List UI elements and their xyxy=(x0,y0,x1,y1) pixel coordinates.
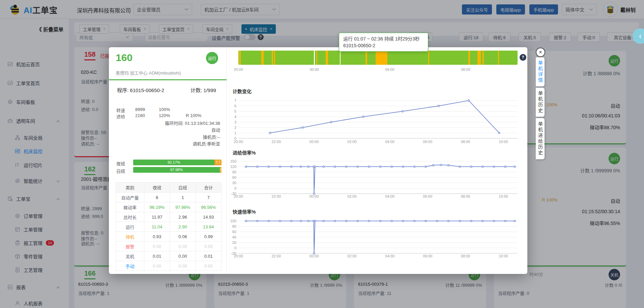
timeline-segment xyxy=(316,51,317,65)
night-run-segment: 92.17% xyxy=(133,160,214,165)
setter-text: 调机员:季昕亚 xyxy=(129,140,220,147)
svg-text:2: 2 xyxy=(234,125,236,130)
svg-text:80: 80 xyxy=(232,224,236,228)
timeline-tick-label: 04:00 xyxy=(385,67,394,72)
operator-text: 操机员:-- xyxy=(129,134,220,140)
svg-text:00:00: 00:00 xyxy=(310,140,319,144)
svg-text:5: 5 xyxy=(234,109,236,113)
svg-text:10:00: 10:00 xyxy=(499,140,508,144)
side-tab-machine-history[interactable]: 单机历史 xyxy=(536,88,545,117)
timeline-segment xyxy=(498,51,499,65)
timeline-segment xyxy=(326,51,328,65)
rapid-override: R 100% xyxy=(186,113,201,118)
timeline-axis-labels: 20:0000:0004:0008:00 xyxy=(238,67,518,72)
svg-text:7: 7 xyxy=(234,99,236,103)
machine-number: 160 xyxy=(116,52,133,63)
feed-rate: 2160 xyxy=(135,113,145,118)
day-run-segment: 97.98% xyxy=(133,167,220,173)
timeline-segment xyxy=(274,51,275,65)
svg-text:10:00: 10:00 xyxy=(499,254,508,258)
timeline-help-icon[interactable]: ? xyxy=(520,54,526,61)
svg-text:0: 0 xyxy=(234,186,236,190)
timeline-segment xyxy=(261,51,264,65)
night-idle-segment: 7.7 xyxy=(214,160,222,165)
svg-text:100: 100 xyxy=(230,219,236,223)
table-row: 自动产量617 xyxy=(116,193,222,202)
svg-text:04:00: 04:00 xyxy=(385,194,394,198)
modal-left-panel: 160 运行 奥德玛 加工中心 ADM(mitsubishi) 程序: 6101… xyxy=(109,47,227,274)
mode-text: 自动 xyxy=(129,127,220,133)
table-row: 关机0.010.000.01 xyxy=(116,251,222,261)
day-idle-segment: 2 xyxy=(220,167,222,173)
spindle-speed: 8999 xyxy=(135,107,145,112)
table-row: 手动0.000.000.00 xyxy=(116,261,222,271)
timeline-tick-label: 00:00 xyxy=(310,67,319,72)
chart-title-feed-override: 进给倍率% xyxy=(233,149,256,156)
cycle-time: 循环时间: 01:13:19/01:34:36 xyxy=(129,120,220,126)
svg-text:1: 1 xyxy=(234,131,236,135)
table-row: 总时长11.972.9614.93 xyxy=(116,212,222,222)
spindle-override: 100% xyxy=(159,107,170,112)
svg-text:0: 0 xyxy=(234,246,236,250)
timeline-segment xyxy=(314,51,315,65)
svg-text:6: 6 xyxy=(234,104,236,108)
timeline-segment xyxy=(428,51,429,65)
running-badge: 运行 xyxy=(206,52,218,64)
svg-text:10:00: 10:00 xyxy=(499,194,508,198)
feed-override: 120% xyxy=(159,113,170,118)
svg-text:02:00: 02:00 xyxy=(347,254,357,258)
side-tab-machine-feed-history[interactable]: 单机进给历史 xyxy=(536,118,545,159)
table-row: 报警0.000.000.00 xyxy=(116,242,222,251)
timeline-tooltip: 运行 01:07 ~ 02:36 持续 1时29分3秒 61015-00650-… xyxy=(339,33,428,52)
svg-text:22:00: 22:00 xyxy=(272,254,281,258)
svg-text:20:00: 20:00 xyxy=(234,140,243,144)
table-row: 稼动率96.19%97.98%96.56% xyxy=(116,202,222,212)
timeline-segment xyxy=(365,51,367,65)
feed-override-chart[interactable]: 1501209060300-3020:0022:0000:0002:0004:0… xyxy=(229,158,522,201)
svg-text:00:00: 00:00 xyxy=(310,194,319,198)
timeline-tick-label: 08:00 xyxy=(461,67,470,72)
timeline-segment xyxy=(482,51,484,65)
timeline-segment xyxy=(272,51,273,65)
night-shift-bar: 92.17% 7.7 xyxy=(133,160,222,165)
svg-text:60: 60 xyxy=(232,230,236,234)
svg-text:22:00: 22:00 xyxy=(272,140,281,144)
svg-text:02:00: 02:00 xyxy=(347,140,357,144)
count-change-chart[interactable]: 7654321020:0022:0000:0002:0004:0006:0008… xyxy=(229,96,522,146)
svg-text:06:00: 06:00 xyxy=(423,140,433,144)
svg-text:4: 4 xyxy=(234,115,236,119)
chart-title-count: 计数变化 xyxy=(233,88,252,94)
svg-text:3: 3 xyxy=(234,120,236,124)
status-timeline-bar[interactable] xyxy=(238,51,518,65)
svg-text:60: 60 xyxy=(232,175,236,179)
timeline-segment xyxy=(477,51,481,65)
svg-text:30: 30 xyxy=(232,181,236,185)
svg-text:22:00: 22:00 xyxy=(272,194,281,198)
timeline-segment xyxy=(239,51,241,65)
svg-text:06:00: 06:00 xyxy=(423,194,433,198)
svg-text:02:00: 02:00 xyxy=(347,194,357,198)
machine-detail-modal: 160 运行 奥德玛 加工中心 ADM(mitsubishi) 程序: 6101… xyxy=(109,47,527,274)
table-row: 待机0.930.060.99 xyxy=(116,232,222,242)
modal-close-button[interactable]: × xyxy=(536,48,545,57)
chart-title-rapid-override: 快速倍率% xyxy=(233,208,256,215)
svg-text:04:00: 04:00 xyxy=(385,140,394,144)
program-text: 程序: 61015-00650-2 xyxy=(117,86,164,93)
svg-text:08:00: 08:00 xyxy=(461,194,470,198)
side-tab-machine-detail[interactable]: 单机详情 xyxy=(536,57,545,86)
svg-text:04:00: 04:00 xyxy=(385,254,394,258)
timeline-segment xyxy=(340,51,341,65)
rapid-override-chart[interactable]: 100806040200-2020:0022:0000:0002:0004:00… xyxy=(229,217,522,260)
svg-text:20: 20 xyxy=(232,241,236,245)
svg-text:150: 150 xyxy=(230,159,236,163)
status-color-divider xyxy=(109,79,227,80)
tooltip-line1: 运行 01:07 ~ 02:36 持续 1时29分3秒 xyxy=(343,35,424,42)
table-row: 运行11.042.9013.94 xyxy=(116,222,222,232)
svg-text:06:00: 06:00 xyxy=(423,254,433,258)
shift-stats-table: 类别 夜班 白班 合计 自动产量617 稼动率96.19%97.98%96.56… xyxy=(116,182,222,271)
timeline-segment xyxy=(468,51,470,65)
svg-text:08:00: 08:00 xyxy=(461,254,470,258)
svg-text:120: 120 xyxy=(230,165,236,169)
svg-text:40: 40 xyxy=(232,235,236,239)
svg-text:08:00: 08:00 xyxy=(461,140,470,144)
